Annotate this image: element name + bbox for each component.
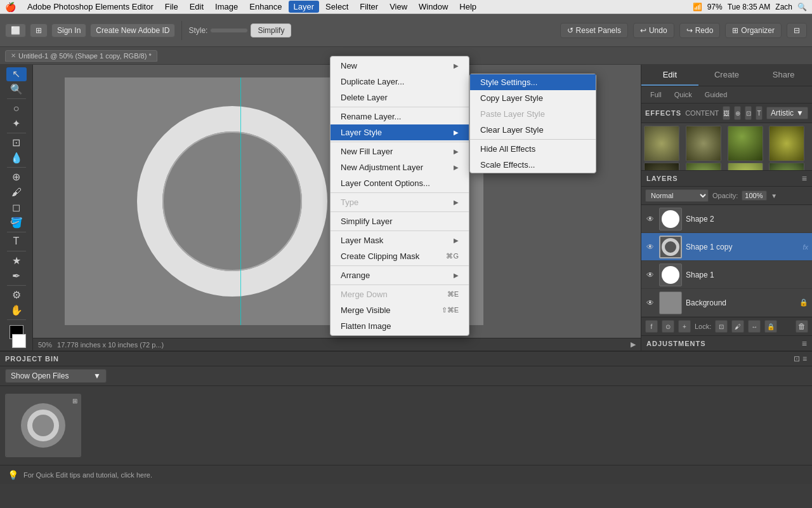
bin-menu-icon[interactable]: ≡ — [802, 354, 807, 363]
effect-thumb-2[interactable] — [686, 126, 721, 161]
menu-item-new[interactable]: New ▶ — [331, 58, 469, 74]
submenu-copy-style[interactable]: Copy Layer Style — [470, 90, 596, 106]
file-tab[interactable]: ✕ Untitled-1 @ 50% (Shape 1 copy, RGB/8)… — [5, 50, 157, 62]
effects-icon-1[interactable]: 🖼 — [723, 106, 730, 120]
menu-app-name[interactable]: Adobe Photoshop Elements Editor — [22, 1, 159, 13]
search-icon[interactable]: 🔍 — [797, 3, 807, 11]
layers-panel-menu-icon[interactable]: ≡ — [802, 173, 807, 184]
menu-item-rename[interactable]: Rename Layer... — [331, 109, 469, 124]
menu-item-duplicate[interactable]: Duplicate Layer... — [331, 74, 469, 90]
layer-visibility-shape1copy[interactable]: 👁 — [645, 242, 655, 252]
layer-visibility-bg[interactable]: 👁 — [645, 298, 655, 308]
menu-layer[interactable]: Layer — [289, 1, 320, 13]
effect-thumb-3[interactable] — [728, 126, 763, 161]
tab-share[interactable]: Share — [755, 65, 812, 86]
menu-item-arrange[interactable]: Arrange ▶ — [331, 267, 469, 283]
magic-wand-tool[interactable]: ✦ — [6, 117, 27, 131]
opacity-input[interactable] — [742, 190, 767, 201]
menu-item-layer-style[interactable]: Layer Style ▶ — [331, 124, 469, 140]
effects-icon-4[interactable]: T — [756, 106, 763, 120]
scroll-right-btn[interactable]: ▶ — [631, 340, 636, 349]
zoom-tool[interactable]: 🔍 — [6, 83, 27, 97]
effect-thumb-4[interactable] — [769, 126, 804, 161]
create-id-btn[interactable]: Create New Adobe ID — [90, 23, 175, 37]
menu-file[interactable]: File — [160, 1, 183, 13]
adjustments-panel-menu[interactable]: ≡ — [802, 338, 807, 349]
menu-item-new-adjustment[interactable]: New Adjustment Layer ▶ — [331, 159, 469, 175]
effect-thumb-1[interactable] — [644, 126, 679, 161]
submenu-style-settings[interactable]: Style Settings... — [470, 74, 596, 90]
layer-visibility-shape1[interactable]: 👁 — [645, 270, 655, 280]
layer-row-background[interactable]: 👁 Background 🔒 — [641, 289, 812, 317]
panel-mode-btn[interactable]: ⊟ — [787, 23, 807, 38]
bin-expand-icon[interactable]: ⊞ — [72, 398, 77, 404]
arrange-windows-btn[interactable]: ⊞ — [30, 23, 48, 37]
healing-brush-tool[interactable]: ⊕ — [6, 170, 27, 184]
menu-enhance[interactable]: Enhance — [244, 1, 287, 13]
layer-mask-icon[interactable]: ⊙ — [662, 320, 674, 333]
style-select[interactable] — [210, 28, 248, 33]
menu-select[interactable]: Select — [320, 1, 353, 13]
menu-item-layer-mask[interactable]: Layer Mask ▶ — [331, 232, 469, 248]
subtab-full[interactable]: Full — [645, 89, 667, 100]
background-color[interactable] — [12, 334, 26, 348]
layer-style-icon[interactable]: f — [645, 320, 658, 333]
eyedropper-tool[interactable]: 💧 — [6, 151, 27, 165]
tab-create[interactable]: Create — [698, 65, 756, 86]
menu-edit[interactable]: Edit — [185, 1, 209, 13]
menu-item-simplify[interactable]: Simplify Layer — [331, 213, 469, 229]
organizer-btn[interactable]: ⊞ Organizer — [725, 23, 782, 38]
effect-thumb-7[interactable] — [728, 163, 763, 170]
eraser-tool[interactable]: ◻ — [6, 201, 27, 215]
crop-tool[interactable]: ⊡ — [6, 136, 27, 150]
lasso-tool[interactable]: ○ — [6, 102, 27, 116]
settings-tool[interactable]: ⚙ — [6, 288, 27, 302]
info-text[interactable]: For Quick Edit tips and tutorial, click … — [23, 471, 152, 479]
menu-item-clipping-mask[interactable]: Create Clipping Mask ⌘G — [331, 248, 469, 264]
menu-filter[interactable]: Filter — [355, 1, 383, 13]
menu-image[interactable]: Image — [210, 1, 243, 13]
simplify-btn[interactable]: Simplify — [251, 23, 291, 37]
delete-layer-btn[interactable]: 🗑 — [796, 320, 808, 333]
effects-dropdown[interactable]: Artistic ▼ — [766, 107, 808, 119]
menu-window[interactable]: Window — [414, 1, 453, 13]
redo-btn[interactable]: ↪ Redo — [679, 23, 721, 38]
lock-all-icon[interactable]: 🔒 — [764, 320, 777, 333]
menu-help[interactable]: Help — [454, 1, 481, 13]
lock-transparent-icon[interactable]: ⊡ — [715, 320, 728, 333]
blend-mode-dropdown[interactable]: Normal — [645, 189, 709, 202]
move-tool[interactable]: ↖ — [6, 67, 27, 81]
layer-new-icon[interactable]: + — [678, 320, 691, 333]
type-tool[interactable]: T — [6, 235, 27, 249]
layer-row-shape2[interactable]: 👁 Shape 2 — [641, 205, 812, 233]
paint-bucket-tool[interactable]: 🪣 — [6, 215, 27, 229]
mode-btn[interactable]: ⬜ — [5, 23, 26, 37]
layer-visibility-shape2[interactable]: 👁 — [645, 214, 655, 224]
sign-in-btn[interactable]: Sign In — [51, 23, 86, 37]
reset-panels-btn[interactable]: ↺ Reset Panels — [560, 23, 628, 38]
submenu-scale-effects[interactable]: Scale Effects... — [470, 157, 596, 173]
subtab-quick[interactable]: Quick — [669, 89, 697, 100]
file-tab-close[interactable]: ✕ — [11, 52, 16, 59]
apple-menu[interactable]: 🍎 — [5, 2, 16, 12]
opacity-dropdown-arrow[interactable]: ▼ — [771, 192, 777, 199]
bin-sort-icon[interactable]: ⊡ — [794, 354, 800, 363]
menu-item-layer-content[interactable]: Layer Content Options... — [331, 175, 469, 191]
subtab-guided[interactable]: Guided — [700, 89, 732, 100]
effects-icon-2[interactable]: ⊕ — [734, 106, 741, 120]
layer-row-shape1[interactable]: 👁 Shape 1 — [641, 261, 812, 289]
tab-edit[interactable]: Edit — [641, 65, 698, 86]
undo-btn[interactable]: ↩ Undo — [633, 23, 674, 38]
effects-icon-3[interactable]: ⊡ — [745, 106, 752, 120]
lock-position-icon[interactable]: ↔ — [748, 320, 761, 333]
layer-row-shape1copy[interactable]: 👁 Shape 1 copy fx — [641, 233, 812, 261]
pen-tool[interactable]: ✒ — [6, 269, 27, 283]
effect-thumb-6[interactable] — [686, 163, 721, 170]
menu-view[interactable]: View — [384, 1, 412, 13]
submenu-clear-style[interactable]: Clear Layer Style — [470, 122, 596, 138]
bin-thumb-1[interactable]: ⊞ — [5, 394, 81, 457]
submenu-hide-effects[interactable]: Hide All Effects — [470, 141, 596, 157]
menu-item-delete[interactable]: Delete Layer — [331, 90, 469, 105]
lock-image-icon[interactable]: 🖌 — [731, 320, 744, 333]
hand-tool[interactable]: ✋ — [6, 304, 27, 318]
